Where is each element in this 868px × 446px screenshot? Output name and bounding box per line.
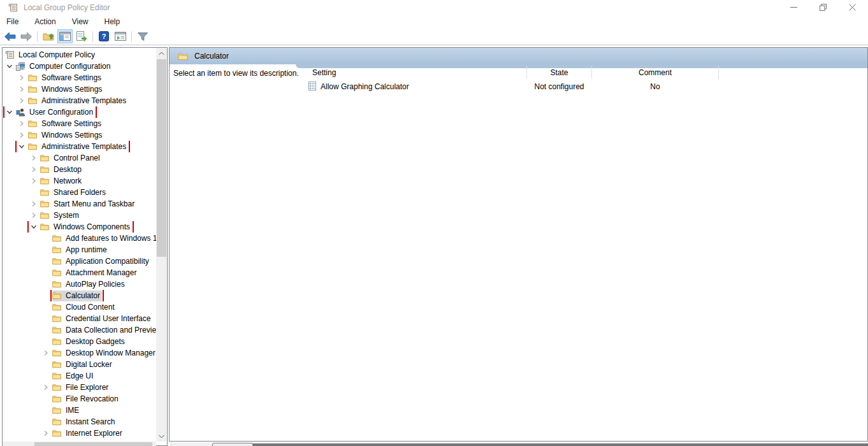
tree-item-node: Desktop Window Manager bbox=[41, 347, 156, 359]
show-console-tree-icon[interactable] bbox=[57, 29, 73, 43]
toolbar-separator bbox=[131, 31, 132, 42]
folder-icon bbox=[52, 303, 61, 311]
show-window-icon[interactable] bbox=[113, 29, 128, 43]
chevron-right-icon[interactable] bbox=[29, 178, 40, 184]
chevron-down-icon[interactable] bbox=[5, 63, 16, 69]
tree-item-label: Credential User Interface bbox=[65, 314, 150, 323]
close-button[interactable] bbox=[837, 0, 867, 15]
tree-item-node: Network bbox=[29, 175, 83, 187]
chevron-right-icon[interactable] bbox=[29, 201, 40, 207]
tree-item[interactable]: Application Compatibility bbox=[3, 255, 156, 267]
chevron-down-icon[interactable] bbox=[17, 143, 28, 150]
tree-item-content: User Configuration bbox=[16, 107, 95, 118]
chevron-right-icon[interactable] bbox=[17, 75, 28, 81]
tree-item[interactable]: User Configuration bbox=[3, 106, 156, 118]
tree-indent bbox=[3, 227, 29, 227]
tree-item-content: Internet Explorer bbox=[52, 428, 124, 439]
chevron-right-icon[interactable] bbox=[29, 212, 40, 219]
chevron-right-icon[interactable] bbox=[17, 120, 28, 127]
view-tab-band bbox=[253, 443, 868, 446]
tree-item[interactable]: App runtime bbox=[3, 244, 156, 255]
tree-item[interactable]: Data Collection and Previe bbox=[3, 324, 156, 336]
tree-item[interactable]: Administrative Templates bbox=[3, 141, 156, 152]
tree-item-content: Desktop Gadgets bbox=[52, 336, 127, 347]
folder-icon bbox=[52, 269, 61, 277]
menu-file[interactable]: File bbox=[1, 16, 24, 27]
tree-item[interactable]: Shared Folders bbox=[3, 187, 156, 198]
chevron-right-icon[interactable] bbox=[41, 350, 52, 356]
tree-item[interactable]: File Explorer bbox=[3, 382, 156, 393]
tree-item[interactable]: Computer Configuration bbox=[3, 61, 156, 72]
policy-row[interactable]: Allow Graphing Calculator Not configured… bbox=[170, 81, 867, 92]
tree-vertical-scrollbar[interactable] bbox=[156, 48, 167, 442]
tree-item[interactable]: Start Menu and Taskbar bbox=[3, 198, 156, 210]
tree-indent bbox=[3, 89, 17, 90]
tree-indent bbox=[3, 238, 41, 239]
tree-item[interactable]: Software Settings bbox=[3, 118, 156, 129]
tree-item[interactable]: File Revocation bbox=[3, 393, 156, 405]
tree-item[interactable]: Windows Settings bbox=[3, 83, 156, 95]
help-icon[interactable]: ? bbox=[96, 29, 112, 43]
tree-item[interactable]: Digital Locker bbox=[3, 359, 156, 370]
chevron-right-icon[interactable] bbox=[17, 86, 28, 92]
tree-item[interactable]: Edge UI bbox=[3, 370, 156, 382]
tree-item[interactable]: Calculator bbox=[3, 290, 156, 301]
tree-horizontal-scrollbar[interactable] bbox=[3, 442, 156, 446]
tree-item[interactable]: Cloud Content bbox=[3, 301, 156, 313]
chevron-right-icon[interactable] bbox=[29, 166, 40, 173]
tree-indent bbox=[3, 124, 17, 124]
column-header-comment[interactable]: Comment bbox=[592, 68, 718, 77]
tree-item[interactable]: Windows Settings bbox=[3, 129, 156, 141]
back-icon[interactable] bbox=[2, 29, 17, 43]
tree-item[interactable]: IME bbox=[3, 405, 156, 416]
chevron-down-icon[interactable] bbox=[29, 224, 40, 230]
tree-item[interactable]: Internet Explorer bbox=[3, 428, 156, 439]
tree-indent bbox=[3, 78, 17, 78]
scroll-up-icon[interactable] bbox=[156, 48, 167, 59]
tree-item[interactable]: Local Computer Policy bbox=[3, 49, 156, 61]
chevron-down-icon[interactable] bbox=[5, 109, 16, 115]
menu-view[interactable]: View bbox=[67, 16, 94, 27]
tree-item[interactable]: System bbox=[3, 210, 156, 221]
tree-item[interactable]: Desktop bbox=[3, 164, 156, 175]
scrollbar-thumb[interactable] bbox=[34, 442, 152, 446]
chevron-right-icon[interactable] bbox=[17, 97, 28, 104]
window-title: Local Group Policy Editor bbox=[24, 3, 110, 12]
menu-help[interactable]: Help bbox=[99, 16, 126, 27]
tree-item[interactable]: Credential User Interface bbox=[3, 313, 156, 324]
view-tab-stub[interactable] bbox=[212, 443, 253, 446]
tree-indent bbox=[3, 101, 17, 101]
tree-item[interactable]: Desktop Window Manager bbox=[3, 347, 156, 359]
up-folder-icon[interactable] bbox=[41, 29, 56, 43]
scrollbar-thumb[interactable] bbox=[157, 59, 166, 257]
column-separator bbox=[718, 66, 719, 79]
tree-item[interactable]: Software Settings bbox=[3, 72, 156, 83]
scroll-down-icon[interactable] bbox=[156, 431, 167, 442]
chevron-right-icon[interactable] bbox=[41, 384, 52, 391]
tree-item[interactable]: Desktop Gadgets bbox=[3, 336, 156, 347]
restore-button[interactable] bbox=[808, 0, 837, 15]
filter-icon[interactable] bbox=[135, 29, 150, 43]
description-text: Select an item to view its description. bbox=[173, 69, 301, 78]
column-header-state[interactable]: State bbox=[527, 68, 591, 77]
tree-item-node: Software Settings bbox=[17, 72, 103, 83]
folder-icon bbox=[52, 406, 61, 414]
column-header-setting[interactable]: Setting bbox=[312, 68, 336, 77]
folder-icon bbox=[52, 234, 61, 242]
tree-item[interactable]: Add features to Windows 1 bbox=[3, 233, 156, 244]
tree-item[interactable]: AutoPlay Policies bbox=[3, 278, 156, 290]
menu-action[interactable]: Action bbox=[29, 16, 61, 27]
tree-item-content: Software Settings bbox=[28, 73, 103, 83]
chevron-right-icon[interactable] bbox=[17, 132, 28, 138]
chevron-right-icon[interactable] bbox=[29, 155, 40, 161]
tree-item[interactable]: Windows Components bbox=[3, 221, 156, 233]
chevron-right-icon[interactable] bbox=[41, 430, 52, 436]
tree-item[interactable]: Network bbox=[3, 175, 156, 187]
tree-item[interactable]: Administrative Templates bbox=[3, 95, 156, 106]
export-list-icon[interactable] bbox=[74, 29, 89, 43]
minimize-button[interactable] bbox=[779, 0, 808, 15]
tree-item[interactable]: Instant Search bbox=[3, 416, 156, 428]
tree-item[interactable]: Attachment Manager bbox=[3, 267, 156, 278]
forward-icon[interactable] bbox=[18, 29, 34, 43]
tree-item[interactable]: Control Panel bbox=[3, 152, 156, 164]
